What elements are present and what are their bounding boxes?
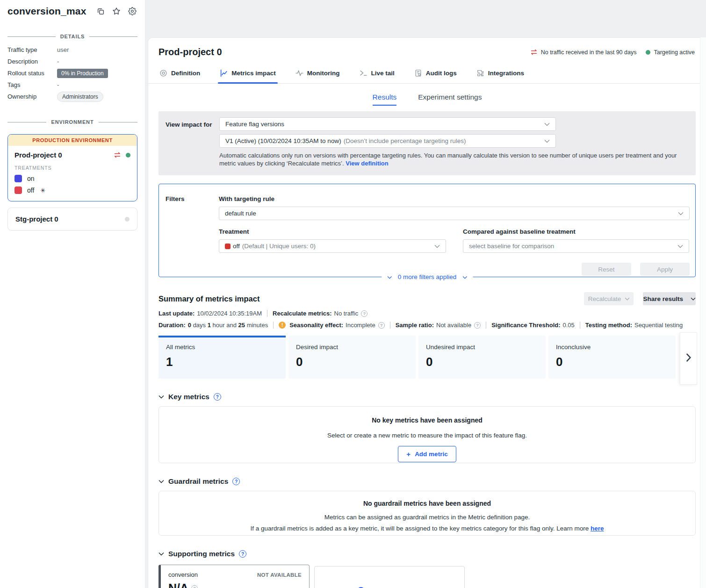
tab-metrics-impact[interactable]: Metrics impact [219, 65, 277, 83]
environment-heading: ENVIRONMENT [7, 119, 137, 125]
apply-button[interactable]: Apply [640, 263, 690, 276]
rollout-status-badge: 0% in Production [57, 69, 108, 78]
help-circle-icon[interactable] [239, 550, 246, 558]
targeting-rule-value: default rule [225, 210, 256, 217]
card-inconclusive[interactable]: Inconclusive 0 [548, 336, 676, 379]
help-circle-icon[interactable] [361, 310, 367, 317]
environment-card-staging[interactable]: Stg-project 0 [7, 208, 137, 230]
baseline-select[interactable]: select baseline for comparison [463, 239, 689, 253]
tab-label: Integrations [488, 70, 524, 77]
treatment-row-off: off [14, 186, 130, 194]
guardrail-metrics-title: Guardrail metrics [168, 477, 228, 486]
duration-label: Duration: [158, 322, 186, 329]
recalculate-button[interactable]: Recalculate [584, 292, 634, 305]
duration-days: 0 [188, 322, 191, 329]
sample-ratio-label: Sample ratio: [396, 322, 434, 329]
significance-value: 0.05 [563, 322, 575, 329]
scroll-next-button[interactable] [680, 332, 697, 385]
more-filters-toggle[interactable]: 0 more filters applied [382, 272, 473, 281]
subtab-results[interactable]: Results [373, 93, 397, 106]
version-type-select[interactable]: Feature flag versions [219, 117, 556, 131]
terminal-icon [360, 69, 367, 77]
add-metric-button[interactable]: Add metric [398, 446, 456, 462]
puzzle-icon [476, 69, 484, 77]
metric-card-conversion[interactable]: conversion NOT AVAILABLE N/A No calculat… [158, 565, 310, 588]
version-value: V1 (Active) (10/02/2024 10:35AM to now) [225, 137, 341, 144]
learn-more-link[interactable]: here [591, 525, 604, 532]
manage-metrics-card: Manage metrics [314, 566, 465, 588]
view-definition-link[interactable]: View definition [346, 160, 389, 167]
reset-button[interactable]: Reset [582, 263, 631, 276]
gear-icon[interactable] [128, 7, 137, 15]
no-traffic-icon [530, 49, 538, 55]
scrollbar-track[interactable] [700, 37, 706, 588]
environment-card-production[interactable]: PRODUCTION ENVIRONMENT Prod-project 0 TR… [7, 134, 137, 201]
tab-label: Definition [171, 70, 200, 77]
production-body: Prod-project 0 TREATMENTS on off [8, 146, 137, 201]
recalculate-metrics-label: Recalculate metrics: [273, 310, 331, 317]
view-impact-panel: View impact for Feature flag versions V1… [158, 111, 696, 175]
tab-live-tail[interactable]: Live tail [359, 65, 396, 83]
supporting-metrics-header: Supporting metrics [158, 550, 696, 558]
detail-row-rollout-status: Rollout status 0% in Production [7, 67, 137, 79]
version-note: (Doesn’t include percentage targeting ru… [344, 137, 466, 144]
chevron-down-icon [434, 243, 440, 250]
treatment-select[interactable]: off (Default | Unique users: 0) [219, 239, 446, 253]
star-icon[interactable] [112, 7, 121, 15]
flag-sidebar: conversion_max DETAILS Traffic type user… [0, 0, 145, 588]
production-banner: PRODUCTION ENVIRONMENT [8, 135, 137, 146]
guardrail-metrics-empty-card: No guardrail metrics have been assigned … [158, 491, 696, 536]
warning-icon [279, 322, 286, 329]
ownership-pill[interactable]: Administrators [57, 92, 103, 102]
divider [267, 310, 267, 317]
summary-info-line-2: Duration: 0 days 1 hour and 25 minutes S… [158, 322, 696, 329]
traffic-status: No traffic received in the last 90 days [530, 49, 637, 56]
duration-minutes-unit: minutes [247, 322, 268, 329]
collapse-icon[interactable] [158, 395, 164, 399]
duration-minutes: 25 [238, 322, 245, 329]
add-metric-label: Add metric [415, 451, 448, 458]
targeting-active-dot [646, 50, 650, 55]
collapse-icon[interactable] [158, 552, 164, 556]
tab-audit-logs[interactable]: Audit logs [413, 65, 458, 83]
help-circle-icon[interactable] [191, 585, 198, 588]
chevron-right-icon [685, 353, 692, 364]
subtab-experiment-settings[interactable]: Experiment settings [418, 93, 482, 106]
treatment-on-swatch [14, 175, 22, 182]
default-treatment-icon [39, 186, 45, 194]
detail-value: - [57, 81, 59, 88]
help-circle-icon[interactable] [378, 322, 385, 329]
help-circle-icon[interactable] [232, 478, 240, 485]
help-circle-icon[interactable] [474, 322, 481, 329]
supporting-metrics-row: conversion NOT AVAILABLE N/A No calculat… [158, 565, 696, 588]
metric-summary-cards: All metrics 1 Desired impact 0 Undesired… [158, 336, 696, 379]
card-label: Inconclusive [556, 344, 668, 351]
tab-definition[interactable]: Definition [158, 65, 201, 83]
target-icon [159, 69, 167, 77]
divider [273, 322, 274, 329]
targeting-rule-select[interactable]: default rule [219, 207, 690, 220]
share-results-button[interactable]: Share results [643, 292, 696, 305]
card-label: Undesired impact [426, 344, 538, 351]
metric-value: N/A [168, 581, 188, 588]
card-all-metrics[interactable]: All metrics 1 [158, 336, 286, 379]
copy-icon[interactable] [97, 7, 105, 15]
chevron-down-icon [678, 210, 684, 217]
treatment-name: off [27, 186, 34, 194]
divider [580, 322, 580, 329]
card-value: 0 [426, 355, 538, 369]
detail-label: Tags [7, 81, 57, 88]
detail-label: Ownership [7, 93, 57, 100]
tab-monitoring[interactable]: Monitoring [295, 65, 341, 83]
card-undesired-impact[interactable]: Undesired impact 0 [418, 336, 546, 379]
card-value: 0 [296, 355, 408, 369]
card-desired-impact[interactable]: Desired impact 0 [288, 336, 416, 379]
version-type-value: Feature flag versions [225, 121, 284, 128]
card-label: Desired impact [296, 344, 408, 351]
tab-integrations[interactable]: Integrations [475, 65, 525, 83]
filters-panel: Filters With targeting rule default rule… [158, 184, 696, 277]
collapse-icon[interactable] [158, 480, 164, 483]
help-circle-icon[interactable] [214, 393, 221, 401]
version-select[interactable]: V1 (Active) (10/02/2024 10:35AM to now) … [219, 134, 556, 148]
environment-name: Stg-project 0 [15, 215, 120, 223]
